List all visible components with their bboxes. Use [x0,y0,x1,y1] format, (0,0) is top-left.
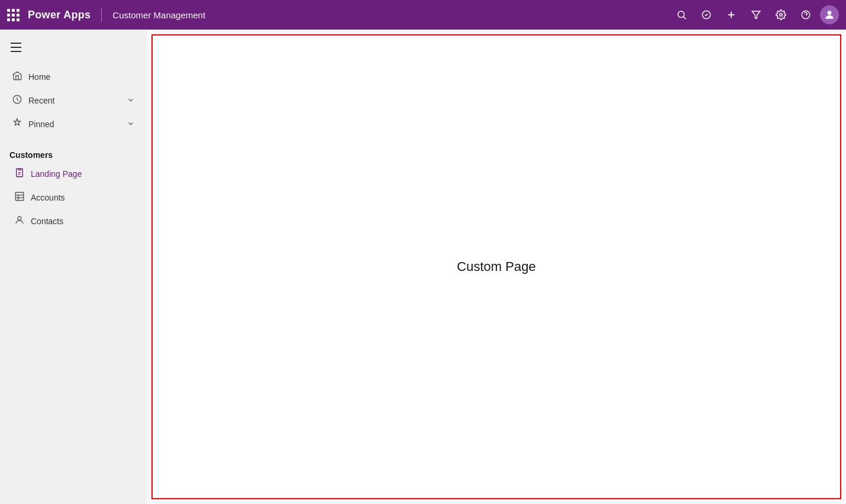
section-divider [0,136,147,146]
content-area: Custom Page [147,30,846,504]
custom-page-label: Custom Page [457,259,535,274]
add-button[interactable] [721,4,742,25]
pinned-chevron-icon [127,119,135,130]
customers-section-label: Customers [0,146,147,162]
svg-marker-5 [752,11,760,18]
home-icon [12,70,22,83]
topbar-icons [671,4,839,25]
sidebar-item-landing-page-label: Landing Page [31,169,82,179]
search-button[interactable] [671,4,692,25]
clipboard-icon [14,167,25,180]
topbar-divider [101,8,102,22]
sidebar-item-landing-page[interactable]: Landing Page [2,163,144,185]
table-icon [14,191,25,204]
clock-icon [12,94,22,107]
svg-line-1 [683,17,686,19]
sidebar-item-pinned-label: Pinned [28,119,54,129]
app-name: Customer Management [112,10,205,20]
sidebar-item-accounts-label: Accounts [31,193,65,202]
topbar: Power Apps Customer Management [0,0,846,30]
sidebar-item-pinned[interactable]: Pinned [2,113,144,135]
avatar[interactable] [820,5,839,24]
sidebar-item-home-label: Home [28,72,50,82]
help-button[interactable] [795,4,816,25]
svg-point-0 [678,11,684,18]
filter-button[interactable] [745,4,767,25]
sidebar-item-contacts-label: Contacts [31,217,63,226]
sidebar: Home Recent Pinn [0,30,147,504]
sidebar-item-home[interactable]: Home [2,66,144,88]
target-button[interactable] [696,4,717,25]
svg-point-6 [780,14,783,17]
waffle-icon[interactable] [7,9,20,21]
sidebar-item-recent[interactable]: Recent [2,89,144,112]
brand-name: Power Apps [28,9,91,21]
svg-point-18 [18,217,21,220]
sidebar-item-accounts[interactable]: Accounts [2,186,144,209]
settings-button[interactable] [770,4,792,25]
hamburger-button[interactable] [7,37,28,58]
recent-chevron-icon [127,96,135,106]
main-container: Home Recent Pinn [0,30,846,504]
svg-point-9 [828,11,832,15]
sidebar-item-contacts[interactable]: Contacts [2,210,144,232]
sidebar-item-recent-label: Recent [28,96,54,105]
pin-icon [12,118,22,131]
svg-rect-14 [15,192,24,201]
person-icon [14,215,25,228]
content-frame: Custom Page [151,34,841,499]
